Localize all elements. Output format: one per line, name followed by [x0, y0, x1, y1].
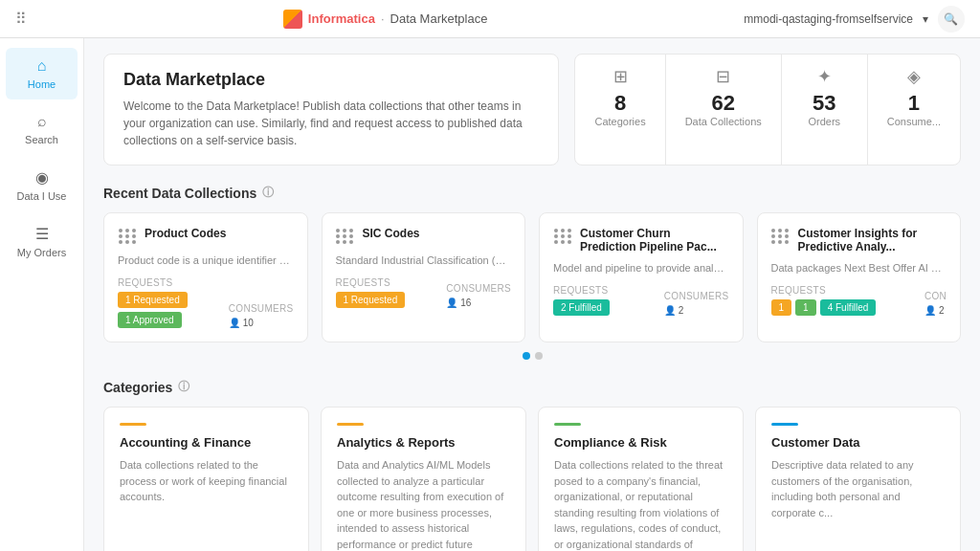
brand-logo	[283, 10, 302, 29]
card-desc: Data packages Next Best Offer AI model w…	[771, 261, 947, 276]
badge-requested: 1 Requested	[118, 292, 188, 308]
category-title: Compliance & Risk	[554, 435, 727, 450]
orders-label: Orders	[808, 116, 840, 127]
consumer-count: 👤 2	[924, 305, 947, 316]
sidebar-label-data-i-use: Data I Use	[17, 190, 67, 202]
categories-grid: Accounting & Finance Data collections re…	[103, 407, 961, 551]
card-requests: REQUESTS 2 Fulfilled	[553, 285, 610, 316]
category-accent	[337, 423, 364, 426]
main-content: Data Marketplace Welcome to the Data Mar…	[84, 38, 980, 551]
consumers-label: CONSUMERS	[446, 283, 511, 294]
stats-bar: ⊞ 8 Categories ⊟ 62 Data Collections ✦ 5…	[574, 54, 961, 165]
header-section: Data Marketplace Welcome to the Data Mar…	[103, 54, 961, 165]
badge-fulfilled: 2 Fulfilled	[553, 299, 610, 316]
requests-label: REQUESTS	[771, 285, 877, 296]
page-description: Welcome to the Data Marketplace! Publish…	[123, 98, 539, 149]
badge-2: 1	[795, 299, 816, 316]
badge-1: 1	[771, 299, 792, 316]
user-menu-chevron[interactable]: ▾	[923, 12, 928, 26]
data-card-sic-codes[interactable]: SIC Codes Standard Industrial Classifica…	[322, 212, 526, 342]
card-desc: Model and pipeline to provide analytics …	[553, 261, 729, 276]
consumer-count: 👤 16	[446, 298, 511, 308]
sidebar-label-my-orders: My Orders	[17, 247, 66, 258]
card-consumers: CON 👤 2	[924, 291, 947, 316]
card-requests: REQUESTS 1 Requested	[336, 277, 406, 308]
category-title: Customer Data	[771, 435, 945, 450]
category-accounting-finance[interactable]: Accounting & Finance Data collections re…	[103, 407, 309, 551]
category-accent	[120, 423, 146, 426]
card-footer: REQUESTS 2 Fulfilled CONSUMERS 👤 2	[553, 285, 729, 316]
badge-approved: 1 Approved	[118, 312, 182, 328]
card-title: SIC Codes	[363, 227, 420, 240]
card-title: Customer Insights for Predictive Analy..…	[798, 227, 947, 253]
orders-icon: ✦	[817, 66, 832, 87]
card-footer: REQUESTS 1 Requested 1 Approved CONSUMER…	[118, 277, 294, 328]
card-badges: 1 Requested	[336, 292, 406, 308]
orders-number: 53	[813, 91, 835, 116]
sidebar-item-search[interactable]: ⌕ Search	[6, 103, 78, 155]
breadcrumb-separator: ·	[381, 11, 385, 26]
category-compliance-risk[interactable]: Compliance & Risk Data collections relat…	[538, 407, 744, 551]
card-badges: 2 Fulfilled	[553, 299, 610, 316]
sidebar-item-home[interactable]: ⌂ Home	[6, 48, 78, 99]
requests-label: REQUESTS	[336, 277, 406, 288]
carousel-dot-2[interactable]	[535, 352, 543, 360]
apps-icon[interactable]: ⠿	[15, 10, 27, 28]
card-consumers: CONSUMERS 👤 16	[446, 283, 511, 308]
card-desc: Standard Industrial Classification (SIC)…	[336, 253, 512, 268]
product-name: Data Marketplace	[390, 11, 488, 26]
stat-consumers: ◈ 1 Consume...	[868, 55, 960, 165]
category-title: Analytics & Reports	[337, 435, 510, 450]
category-accent	[771, 423, 798, 426]
categories-icon: ⊞	[613, 66, 628, 87]
data-card-product-codes[interactable]: Product Codes Product code is a unique i…	[103, 212, 308, 342]
card-footer: REQUESTS 1 Requested CONSUMERS 👤 16	[336, 277, 512, 308]
consumers-icon: ◈	[907, 66, 921, 87]
data-collections-label: Data Collections	[685, 116, 762, 127]
brand-name: Informatica	[308, 11, 375, 26]
recent-section: Recent Data Collections ⓘ Product Codes …	[103, 185, 961, 360]
stat-data-collections: ⊟ 62 Data Collections	[666, 55, 782, 165]
info-icon: ⓘ	[262, 185, 274, 201]
data-collections-number: 62	[711, 91, 734, 116]
card-header: Customer Churn Prediction Pipeline Pac..…	[553, 227, 729, 253]
search-icon: ⌕	[37, 113, 47, 130]
sidebar-item-my-orders[interactable]: ☰ My Orders	[6, 215, 78, 268]
consumers-number: 1	[908, 91, 920, 116]
topbar-left: ⠿	[15, 10, 27, 28]
consumers-label: CON	[924, 291, 947, 301]
page-title: Data Marketplace	[123, 70, 539, 90]
card-grid-icon	[336, 227, 355, 246]
categories-info-icon: ⓘ	[178, 379, 189, 395]
card-grid-icon	[118, 227, 137, 246]
data-card-churn-prediction[interactable]: Customer Churn Prediction Pipeline Pac..…	[539, 212, 744, 342]
main-layout: ⌂ Home ⌕ Search ◉ Data I Use ☰ My Orders…	[0, 38, 980, 551]
orders-icon: ☰	[35, 225, 49, 243]
carousel-dot-1[interactable]	[523, 352, 530, 360]
data-collections-icon: ⊟	[716, 66, 730, 87]
card-requests: REQUESTS 1 Requested 1 Approved	[118, 277, 229, 328]
sidebar: ⌂ Home ⌕ Search ◉ Data I Use ☰ My Orders	[0, 38, 84, 551]
category-customer-data[interactable]: Customer Data Descriptive data related t…	[755, 407, 961, 551]
category-analytics-reports[interactable]: Analytics & Reports Data and Analytics A…	[321, 407, 526, 551]
search-icon[interactable]: 🔍	[938, 6, 965, 33]
stat-orders: ✦ 53 Orders	[782, 55, 868, 165]
sidebar-item-data-i-use[interactable]: ◉ Data I Use	[6, 159, 78, 211]
card-badges: 1 Requested 1 Approved	[118, 292, 229, 328]
data-card-customer-insights[interactable]: Customer Insights for Predictive Analy..…	[757, 212, 962, 342]
card-desc: Product code is a unique identifier assi…	[118, 253, 294, 268]
categories-label: Categories	[594, 116, 645, 127]
category-title: Accounting & Finance	[120, 435, 293, 450]
sidebar-label-home: Home	[28, 78, 56, 90]
category-desc: Data and Analytics AI/ML Models collecte…	[337, 457, 510, 551]
category-desc: Descriptive data related to any customer…	[771, 457, 945, 520]
badge-requested: 1 Requested	[336, 292, 406, 308]
recent-cards-row: Product Codes Product code is a unique i…	[103, 212, 961, 342]
category-desc: Data collections related to the threat p…	[554, 457, 727, 551]
card-header: Customer Insights for Predictive Analy..…	[771, 227, 947, 253]
consumer-count: 👤 2	[664, 305, 729, 316]
consumers-label: CONSUMERS	[664, 291, 729, 301]
sidebar-label-search: Search	[25, 134, 58, 145]
card-grid-icon	[771, 227, 791, 246]
category-desc: Data collections related to the process …	[120, 457, 293, 505]
